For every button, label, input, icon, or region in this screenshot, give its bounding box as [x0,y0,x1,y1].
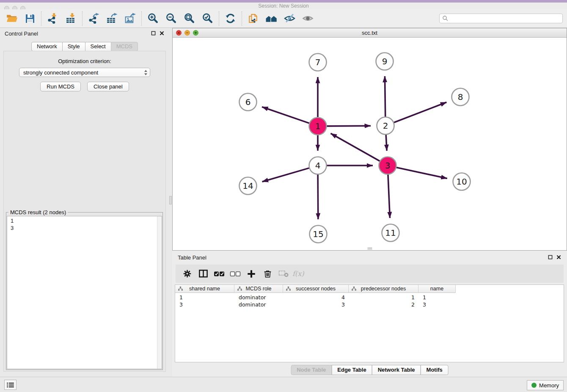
table-row[interactable]: 3dominator323 [175,301,564,309]
table-cell[interactable]: 3 [175,301,234,309]
tab-network[interactable]: Network [31,42,63,51]
tab-edge-table[interactable]: Edge Table [331,365,372,375]
table-cell[interactable]: 1 [175,294,234,301]
edge-3-10[interactable] [396,167,447,178]
sort-icon [352,287,356,291]
gear-button[interactable] [181,267,193,281]
column-header-shared-name[interactable]: shared name [175,285,234,293]
node-table[interactable]: shared nameMCDS rolesuccessor nodesprede… [175,284,564,362]
hide-selected-button[interactable] [281,11,299,27]
copy-network-button[interactable] [244,11,262,27]
function-button[interactable]: f(x) [293,267,306,281]
node-8[interactable]: 8 [452,88,469,106]
split-columns-button[interactable] [197,267,209,281]
criterion-select[interactable]: strongly connected component [19,68,150,77]
save-session-button[interactable] [21,11,39,27]
export-image-button[interactable] [121,11,139,27]
mcds-result-text[interactable]: 13 [7,216,162,369]
import-network-button[interactable] [44,11,62,27]
houses-button[interactable] [262,11,281,27]
tab-node-table[interactable]: Node Table [291,365,332,375]
tab-mcds[interactable]: MCDS [111,42,138,51]
edge-4-15[interactable] [318,174,318,219]
table-row[interactable]: 1dominator411 [175,294,564,301]
edge-4-14[interactable] [262,168,309,182]
table-cell[interactable]: dominator [234,301,283,309]
edge-3-11[interactable] [388,174,390,218]
close-panel-button[interactable]: Close panel [87,82,129,91]
table-cell[interactable]: 1 [418,294,456,301]
deselect-all-button[interactable] [229,267,242,281]
export-table-button[interactable] [103,11,121,27]
close-panel-icon[interactable] [160,31,164,36]
select-all-button[interactable] [213,267,226,281]
close-view-button[interactable] [176,30,182,36]
column-header-name[interactable]: name [418,285,456,293]
column-header-successor-nodes[interactable]: successor nodes [283,285,349,293]
node-3[interactable]: 3 [379,157,396,174]
search-box[interactable] [439,14,563,23]
node-6[interactable]: 6 [239,94,257,111]
table-cell[interactable]: 3 [283,301,349,309]
edge-1-6[interactable] [262,107,309,123]
export-network-button[interactable] [85,11,103,27]
zoom-in-button[interactable] [144,11,162,27]
close-table-panel-icon[interactable] [556,255,561,259]
svg-text:15: 15 [313,229,323,239]
column-header-predecessor-nodes[interactable]: predecessor nodes [349,285,418,293]
table-cell[interactable]: 4 [283,294,349,301]
node-9[interactable]: 9 [376,53,394,70]
table-cell[interactable]: dominator [234,294,283,301]
canvas-resize-grip[interactable] [367,247,372,250]
tab-style[interactable]: Style [62,42,85,51]
node-15[interactable]: 15 [310,226,327,243]
table-cell[interactable]: 2 [349,301,418,309]
splitter-grip[interactable] [169,196,172,204]
tab-network-table[interactable]: Network Table [372,365,421,375]
edge-3-1[interactable] [330,133,380,161]
node-2[interactable]: 2 [377,117,394,135]
node-1[interactable]: 1 [309,118,327,135]
network-window-titlebar[interactable]: scc.txt [173,28,567,38]
node-7[interactable]: 7 [309,54,327,71]
table-cell[interactable]: 1 [349,294,418,301]
tab-motifs[interactable]: Motifs [421,365,449,375]
float-panel-icon[interactable] [151,31,156,36]
toolbar-separator [41,11,41,26]
run-mcds-button[interactable]: Run MCDS [40,82,81,91]
edge-2-9[interactable] [385,76,385,117]
maximize-view-button[interactable] [193,30,198,36]
tab-select[interactable]: Select [85,42,111,51]
column-header-mcds-role[interactable]: MCDS role [234,285,283,293]
float-table-panel-icon[interactable] [548,255,553,259]
search-input[interactable] [450,14,562,23]
mcds-result-legend: MCDS result (2 nodes) [8,209,68,215]
edge-2-8[interactable] [394,102,447,123]
delete-column-button[interactable] [261,267,274,281]
add-column-button[interactable] [245,267,258,281]
svg-text:8: 8 [458,92,463,102]
task-history-button[interactable] [4,380,17,390]
table-cell[interactable]: 3 [418,301,456,309]
svg-text:11: 11 [385,228,396,238]
edge-1-2[interactable] [327,126,371,126]
zoom-out-button[interactable] [162,11,180,27]
panel-splitter[interactable] [169,28,172,377]
import-table-button[interactable] [62,11,80,27]
show-all-button[interactable] [299,11,317,27]
zoom-selected-button[interactable] [198,11,217,27]
refresh-layout-button[interactable] [221,11,239,27]
node-10[interactable]: 10 [453,173,471,190]
node-4[interactable]: 4 [309,157,327,174]
result-scrollbar[interactable] [157,216,162,369]
delete-table-button[interactable] [277,267,290,281]
node-14[interactable]: 14 [239,177,257,195]
node-11[interactable]: 11 [382,224,399,242]
table-panel-tabs: Node TableEdge TableNetwork TableMotifs [291,365,449,375]
network-canvas[interactable]: 7968124314101511 [173,38,567,250]
edge-2-3[interactable] [386,135,387,151]
open-session-button[interactable] [3,11,21,27]
zoom-fit-button[interactable] [180,11,198,27]
minimize-view-button[interactable] [184,30,190,36]
memory-button[interactable]: Memory [527,380,564,390]
